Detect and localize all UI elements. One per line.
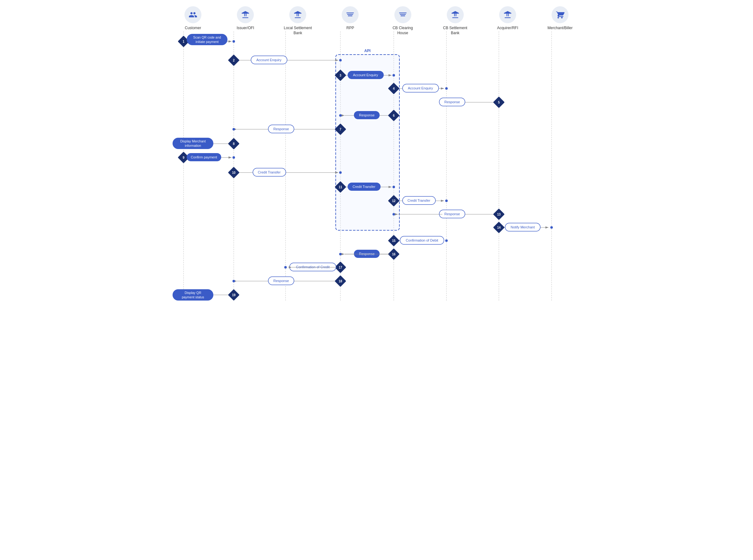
msg-3: Account Enquiry	[348, 71, 384, 79]
msg-10: Credit Transfer	[253, 168, 286, 176]
svg-text:11: 11	[339, 185, 342, 189]
svg-text:Display QR: Display QR	[184, 291, 201, 295]
cb-settlement-icon	[447, 6, 464, 23]
msg-14: Notify Merchant	[505, 223, 540, 231]
svg-point-20	[445, 87, 448, 90]
svg-text:7: 7	[339, 128, 341, 131]
msg-15: Confirmation of Debit	[400, 236, 444, 244]
svg-text:Confirmation of Debit: Confirmation of Debit	[406, 238, 438, 242]
local-bank-icon	[289, 6, 306, 23]
acquirer-icon	[499, 6, 516, 23]
actor-customer: Customer	[173, 6, 213, 31]
svg-text:initiate payment: initiate payment	[196, 40, 219, 44]
svg-point-14	[233, 40, 235, 43]
svg-text:Response: Response	[444, 100, 460, 104]
svg-text:Credit Transfer: Credit Transfer	[353, 185, 376, 188]
msg-5: Response	[439, 98, 465, 106]
svg-text:15: 15	[392, 239, 396, 242]
svg-text:Account Enquiry: Account Enquiry	[353, 73, 378, 77]
svg-text:18: 18	[339, 280, 342, 283]
msg-7: Response	[268, 125, 294, 133]
svg-text:13: 13	[497, 213, 501, 216]
msg-2: Account Enquiry	[251, 56, 287, 64]
svg-text:12: 12	[392, 199, 396, 203]
svg-text:Confirm payment: Confirm payment	[191, 155, 217, 159]
svg-point-42	[445, 239, 448, 242]
svg-text:Response: Response	[359, 252, 375, 256]
svg-text:6: 6	[393, 114, 395, 117]
issuer-icon	[237, 6, 254, 23]
svg-text:Credit Transfer: Credit Transfer	[408, 199, 431, 202]
svg-text:Notify Merchant: Notify Merchant	[511, 225, 535, 229]
svg-text:5: 5	[498, 101, 500, 104]
svg-text:information: information	[185, 144, 201, 147]
svg-text:payment status: payment status	[182, 295, 204, 299]
msg-11: Credit Transfer	[348, 183, 381, 191]
diagram-container: Customer Issuer/OFI Local SettlementBank…	[166, 0, 587, 307]
actor-acquirer: Acquirer/RFI	[487, 6, 528, 31]
svg-point-38	[393, 213, 395, 216]
svg-text:Confirmation of Credit: Confirmation of Credit	[296, 265, 330, 269]
svg-text:16: 16	[392, 253, 396, 256]
merchant-icon	[552, 6, 569, 23]
svg-text:4: 4	[393, 87, 395, 91]
svg-point-32	[339, 171, 342, 174]
svg-text:Response: Response	[273, 279, 289, 283]
svg-text:Scan QR code and: Scan QR code and	[193, 36, 221, 39]
svg-text:Account Enquiry: Account Enquiry	[256, 58, 282, 62]
svg-point-16	[339, 59, 342, 61]
msg-13: Response	[439, 210, 465, 218]
svg-text:3: 3	[339, 74, 341, 77]
svg-point-36	[445, 200, 448, 202]
svg-point-26	[233, 128, 235, 131]
svg-text:17: 17	[339, 266, 342, 269]
actor-issuer: Issuer/OFI	[225, 6, 266, 31]
msg-18: Response	[268, 277, 294, 285]
msg-19: Display QR payment status	[173, 289, 213, 301]
svg-text:Account Enquiry: Account Enquiry	[408, 86, 433, 90]
rpp-icon	[342, 6, 359, 23]
msg-9: Confirm payment	[187, 153, 221, 161]
svg-text:Credit Transfer: Credit Transfer	[258, 171, 281, 174]
svg-point-24	[339, 114, 342, 117]
svg-text:14: 14	[497, 226, 501, 229]
msg-8: Display Merchant information	[173, 138, 213, 149]
svg-text:Response: Response	[444, 212, 460, 216]
customer-icon	[184, 6, 201, 23]
svg-text:2: 2	[233, 59, 235, 62]
msg-1: Scan QR code and initiate payment	[187, 34, 227, 45]
svg-text:API: API	[364, 48, 371, 53]
msg-17: Confirmation of Credit	[290, 263, 336, 271]
svg-text:9: 9	[183, 156, 184, 159]
svg-point-49	[233, 280, 235, 282]
svg-text:Response: Response	[359, 113, 375, 117]
svg-point-45	[339, 253, 342, 255]
svg-point-30	[233, 156, 235, 159]
msg-6: Response	[354, 111, 380, 119]
actor-merchant: Merchant/Biller	[540, 6, 580, 31]
svg-text:1: 1	[183, 40, 184, 43]
svg-text:10: 10	[232, 171, 236, 175]
svg-text:Display Merchant: Display Merchant	[180, 139, 205, 143]
msg-4: Account Enquiry	[402, 84, 439, 92]
svg-text:19: 19	[232, 293, 236, 297]
msg-16: Response	[354, 250, 380, 258]
svg-point-34	[393, 186, 395, 188]
svg-point-47	[284, 266, 287, 268]
cb-clearing-icon	[394, 6, 411, 23]
diagram-svg: API	[166, 28, 587, 307]
svg-point-40	[550, 226, 553, 229]
actor-rpp: RPP	[330, 6, 371, 31]
msg-12: Credit Transfer	[402, 196, 435, 204]
svg-text:8: 8	[233, 142, 235, 145]
svg-point-18	[393, 74, 395, 77]
svg-rect-11	[336, 55, 399, 230]
svg-text:Response: Response	[273, 127, 289, 131]
